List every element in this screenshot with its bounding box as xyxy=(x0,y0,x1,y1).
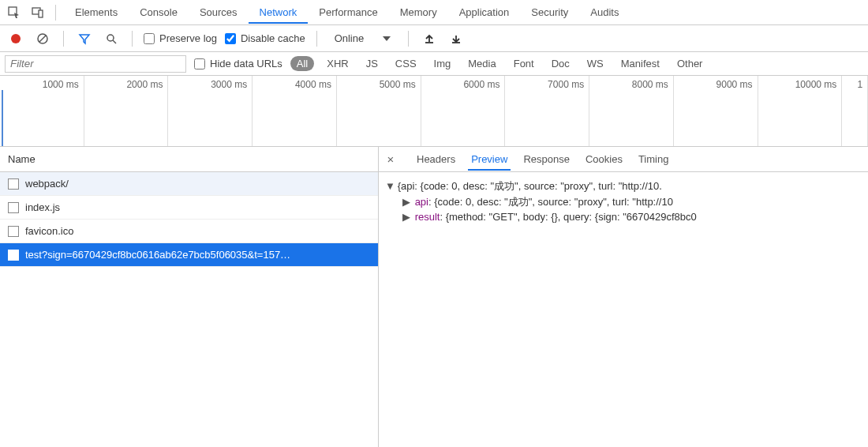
preserve-log-input[interactable] xyxy=(144,33,155,44)
disable-cache-checkbox[interactable]: Disable cache xyxy=(225,32,305,44)
type-filter-img[interactable]: Img xyxy=(429,56,456,71)
device-toggle-icon[interactable] xyxy=(28,3,47,22)
requests-list: webpack/ index.js favicon.ico test?sign=… xyxy=(0,172,378,447)
preview-result-line[interactable]: ▶ result: {method: "GET", body: {}, quer… xyxy=(385,209,862,225)
hide-data-urls-input[interactable] xyxy=(194,58,205,69)
disable-cache-input[interactable] xyxy=(225,33,236,44)
clear-icon[interactable] xyxy=(33,29,52,48)
file-icon xyxy=(8,202,19,213)
divider xyxy=(55,5,56,21)
type-filter-media[interactable]: Media xyxy=(463,56,500,71)
requests-header[interactable]: Name xyxy=(0,147,378,172)
detail-tab-timing[interactable]: Timing xyxy=(638,148,669,170)
type-filter-manifest[interactable]: Manifest xyxy=(616,56,664,71)
type-filter-doc[interactable]: Doc xyxy=(547,56,574,71)
divider xyxy=(132,31,133,47)
preserve-log-label: Preserve log xyxy=(159,32,217,44)
throttling-select[interactable]: Online xyxy=(328,31,398,46)
timeline-tick: 4000 ms xyxy=(295,79,331,90)
request-row[interactable]: favicon.ico xyxy=(0,220,378,243)
preview-api-value: : {code: 0, desc: "成功", source: "proxy",… xyxy=(428,196,673,208)
tab-console[interactable]: Console xyxy=(129,2,189,23)
preview-body: ▼ {api: {code: 0, desc: "成功", source: "p… xyxy=(379,172,868,231)
tab-performance[interactable]: Performance xyxy=(308,2,388,23)
detail-tab-response[interactable]: Response xyxy=(523,148,570,170)
requests-pane: Name webpack/ index.js favicon.ico test?… xyxy=(0,147,379,447)
svg-line-4 xyxy=(39,36,46,42)
tab-sources[interactable]: Sources xyxy=(189,2,249,23)
timeline-tick: 3000 ms xyxy=(211,79,247,90)
timeline-tick: 9000 ms xyxy=(716,79,753,90)
timeline[interactable]: 1000 ms 2000 ms 3000 ms 4000 ms 5000 ms … xyxy=(0,76,868,147)
divider xyxy=(63,31,64,47)
preview-result-value: : {method: "GET", body: {}, query: {sign… xyxy=(440,211,696,223)
detail-tab-headers[interactable]: Headers xyxy=(417,148,455,170)
preserve-log-checkbox[interactable]: Preserve log xyxy=(144,32,217,44)
chevron-down-icon xyxy=(383,36,391,41)
timeline-tick: 2000 ms xyxy=(126,79,163,90)
tab-security[interactable]: Security xyxy=(520,2,579,23)
tree-toggle-closed-icon[interactable]: ▶ xyxy=(402,194,410,210)
filter-input[interactable] xyxy=(5,55,186,73)
svg-point-5 xyxy=(107,35,114,41)
request-row[interactable]: webpack/ xyxy=(0,172,378,196)
detail-pane: × Headers Preview Response Cookies Timin… xyxy=(379,147,868,447)
tab-elements[interactable]: Elements xyxy=(64,2,129,23)
request-row[interactable]: index.js xyxy=(0,196,378,220)
preview-result-key: result xyxy=(415,211,440,223)
divider xyxy=(408,31,409,47)
close-icon[interactable]: × xyxy=(383,152,398,166)
file-icon xyxy=(8,250,19,261)
type-filter-xhr[interactable]: XHR xyxy=(322,56,353,71)
throttling-label: Online xyxy=(335,32,365,44)
file-icon xyxy=(8,226,19,237)
request-name: favicon.ico xyxy=(25,225,73,237)
preview-root-text: {api: {code: 0, desc: "成功", source: "pro… xyxy=(398,180,662,192)
timeline-tick: 8000 ms xyxy=(632,79,668,90)
import-har-icon[interactable] xyxy=(420,29,439,48)
filter-icon[interactable] xyxy=(75,29,94,48)
divider xyxy=(316,31,317,47)
export-har-icon[interactable] xyxy=(447,29,466,48)
main-toolbar: Elements Console Sources Network Perform… xyxy=(0,0,868,25)
type-filter-font[interactable]: Font xyxy=(509,56,539,71)
type-filter-other[interactable]: Other xyxy=(672,56,708,71)
svg-line-6 xyxy=(113,40,116,43)
timeline-tick: 10000 ms xyxy=(795,79,837,90)
timeline-tick: 5000 ms xyxy=(380,79,416,90)
request-name: webpack/ xyxy=(25,178,69,190)
request-name: index.js xyxy=(25,201,60,213)
timeline-tick: 7000 ms xyxy=(548,79,584,90)
split-panes: Name webpack/ index.js favicon.ico test?… xyxy=(0,147,868,447)
main-tabs: Elements Console Sources Network Perform… xyxy=(64,2,630,23)
type-filter-ws[interactable]: WS xyxy=(582,56,608,71)
inspect-icon[interactable] xyxy=(5,3,24,22)
filter-row: Hide data URLs All XHR JS CSS Img Media … xyxy=(0,52,868,76)
search-icon[interactable] xyxy=(102,29,121,48)
tab-audits[interactable]: Audits xyxy=(579,2,630,23)
type-filter-js[interactable]: JS xyxy=(361,56,383,71)
detail-tab-cookies[interactable]: Cookies xyxy=(586,148,623,170)
preview-root-line[interactable]: ▼ {api: {code: 0, desc: "成功", source: "p… xyxy=(385,178,862,194)
timeline-tick: 1000 ms xyxy=(43,79,79,90)
svg-rect-2 xyxy=(39,10,43,17)
tab-application[interactable]: Application xyxy=(448,2,521,23)
preview-api-line[interactable]: ▶ api: {code: 0, desc: "成功", source: "pr… xyxy=(385,194,862,210)
timeline-tick: 1 xyxy=(857,79,862,90)
record-icon[interactable] xyxy=(6,29,25,48)
timeline-tick: 6000 ms xyxy=(463,79,499,90)
tree-toggle-open-icon[interactable]: ▼ xyxy=(385,178,393,194)
tab-network[interactable]: Network xyxy=(249,2,309,23)
detail-tabs: × Headers Preview Response Cookies Timin… xyxy=(379,147,868,172)
type-filter-css[interactable]: CSS xyxy=(391,56,421,71)
request-row[interactable]: test?sign=6670429cf8bc0616ab62e7bcb5f060… xyxy=(0,243,378,267)
tree-toggle-closed-icon[interactable]: ▶ xyxy=(402,209,410,225)
type-filter-all[interactable]: All xyxy=(290,56,314,71)
network-subtoolbar: Preserve log Disable cache Online xyxy=(0,25,868,52)
hide-data-urls-checkbox[interactable]: Hide data URLs xyxy=(194,58,282,69)
request-name: test?sign=6670429cf8bc0616ab62e7bcb5f060… xyxy=(25,249,290,261)
hide-data-urls-label: Hide data URLs xyxy=(210,58,282,69)
tab-memory[interactable]: Memory xyxy=(389,2,448,23)
file-icon xyxy=(8,178,19,190)
detail-tab-preview[interactable]: Preview xyxy=(471,148,507,170)
